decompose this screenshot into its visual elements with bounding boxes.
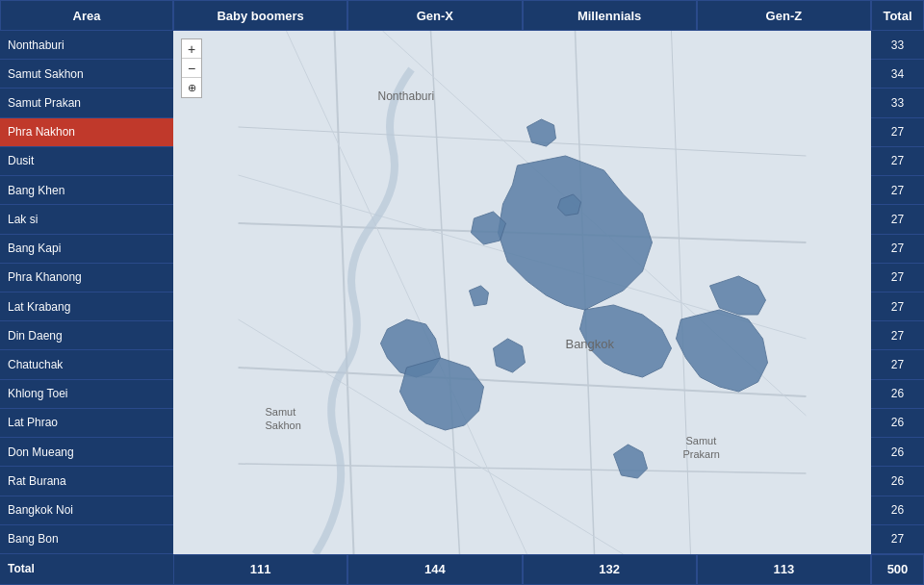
total-row-0: 33 (871, 31, 924, 60)
svg-text:Sakhon: Sakhon (266, 420, 301, 431)
area-row-11: Chatuchak (0, 350, 173, 379)
total-row-17: 27 (871, 525, 924, 554)
total-row-6: 27 (871, 205, 924, 234)
total-row-12: 26 (871, 380, 924, 409)
footer-gen-x: 144 (347, 554, 522, 585)
svg-text:Prakarn: Prakarn (682, 448, 719, 460)
area-row-0: Nonthaburi (0, 31, 173, 60)
header-area: Area (0, 0, 173, 31)
area-row-1: Samut Sakhon (0, 60, 173, 89)
footer-gen-z: 113 (697, 554, 871, 585)
area-row-5: Bang Khen (0, 176, 173, 205)
header-gen-x: Gen-X (347, 0, 522, 31)
total-row-2: 33 (871, 89, 924, 117)
header-total: Total (871, 0, 924, 31)
area-row-13: Lat Phrao (0, 409, 173, 438)
zoom-out-button[interactable]: − (182, 59, 201, 78)
map-area[interactable]: Nonthaburi Bangkok Samut Sakhon Samut Pr… (173, 31, 871, 554)
svg-text:Samut: Samut (266, 406, 296, 418)
header-gen-z: Gen-Z (697, 0, 871, 31)
total-row-3: 27 (871, 118, 924, 147)
zoom-controls[interactable]: + − ⊕ (181, 38, 202, 98)
total-row-15: 26 (871, 467, 924, 496)
area-row-6: Lak si (0, 205, 173, 234)
header-millennials: Millennials (523, 0, 697, 31)
total-row-13: 26 (871, 409, 924, 438)
svg-text:Nonthaburi: Nonthaburi (378, 89, 435, 103)
footer-area: Total (0, 554, 173, 585)
area-row-2: Samut Prakan (0, 89, 173, 117)
area-row-12: Khlong Toei (0, 380, 173, 409)
total-row-8: 27 (871, 264, 924, 292)
area-row-17: Bang Bon (0, 525, 173, 554)
zoom-in-button[interactable]: + (182, 39, 201, 59)
total-row-11: 27 (871, 350, 924, 379)
area-row-7: Bang Kapi (0, 235, 173, 264)
total-row-4: 27 (871, 147, 924, 176)
zoom-reset-button[interactable]: ⊕ (182, 78, 201, 97)
header-baby-boomers: Baby boomers (173, 0, 347, 31)
svg-text:Bangkok: Bangkok (565, 337, 614, 351)
total-row-1: 34 (871, 60, 924, 89)
footer-total: 500 (871, 554, 924, 585)
total-row-9: 27 (871, 292, 924, 321)
area-row-4: Dusit (0, 147, 173, 176)
area-row-9: Lat Krabang (0, 292, 173, 321)
total-row-14: 26 (871, 438, 924, 467)
footer-baby-boomers: 111 (173, 554, 347, 585)
total-row-5: 27 (871, 176, 924, 205)
area-row-15: Rat Burana (0, 467, 173, 496)
total-row-7: 27 (871, 235, 924, 264)
svg-text:Samut: Samut (685, 435, 716, 446)
footer-millennials: 132 (523, 554, 697, 585)
total-row-16: 26 (871, 496, 924, 525)
total-row-10: 27 (871, 321, 924, 350)
area-row-3: Phra Nakhon (0, 118, 173, 147)
main-grid: Area Baby boomers Gen-X Millennials Gen-… (0, 0, 924, 585)
map-svg: Nonthaburi Bangkok Samut Sakhon Samut Pr… (173, 31, 871, 554)
area-row-16: Bangkok Noi (0, 496, 173, 525)
area-row-8: Phra Khanong (0, 264, 173, 292)
area-row-14: Don Mueang (0, 438, 173, 467)
area-row-10: Din Daeng (0, 321, 173, 350)
